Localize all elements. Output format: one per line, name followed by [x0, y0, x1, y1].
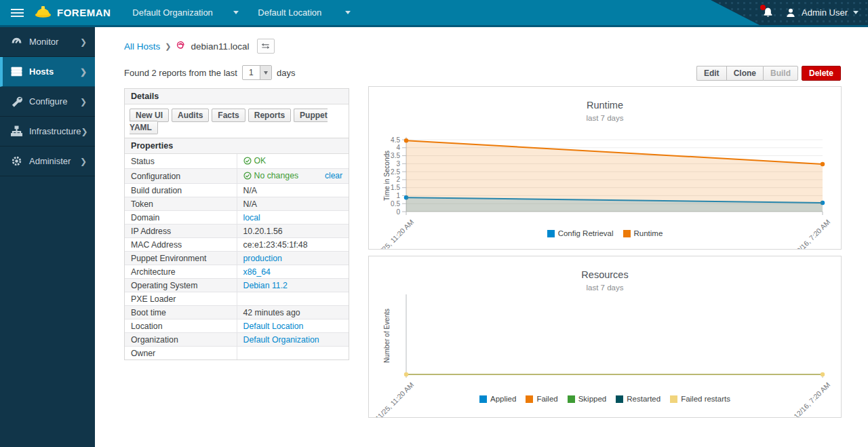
sidebar-item-label: Configure — [29, 96, 80, 106]
organization-selector[interactable]: Default Organization — [123, 0, 248, 25]
days-select[interactable]: 1 — [242, 65, 272, 80]
svg-text:2: 2 — [396, 176, 400, 183]
legend-item-failed[interactable]: Failed — [526, 395, 557, 403]
user-name: Admin User — [802, 7, 848, 18]
audits-button[interactable]: Audits — [172, 109, 209, 122]
breadcrumb-all-hosts-link[interactable]: All Hosts — [124, 41, 160, 52]
property-value: N/A — [237, 184, 349, 197]
legend-item-restarted[interactable]: Restarted — [616, 395, 660, 403]
legend-item-config-retrieval[interactable]: Config Retrieval — [547, 229, 614, 237]
legend-item-failed-restarts[interactable]: Failed restarts — [670, 395, 730, 403]
runtime-chart-panel: Runtimelast 7 days00.511.522.533.544.5Ti… — [368, 86, 842, 250]
property-value-link[interactable]: production — [243, 254, 282, 263]
property-row-domain: Domainlocal — [125, 211, 349, 225]
monitor-gauge-icon — [11, 36, 22, 47]
sidebar-item-hosts[interactable]: Hosts❯ — [0, 57, 95, 87]
property-row-mac-address: MAC Addressce:e1:23:45:1f:48 — [125, 238, 349, 252]
property-label: PXE Loader — [125, 292, 237, 306]
svg-text:4.5: 4.5 — [391, 136, 400, 144]
top-navbar: FOREMAN Default Organization Default Loc… — [0, 0, 868, 27]
property-value: 10.20.1.56 — [237, 225, 349, 238]
chevron-right-icon: ❯ — [80, 67, 87, 77]
details-buttons: New UIAuditsFactsReportsPuppet YAML — [125, 104, 349, 136]
chevron-right-icon: ❯ — [80, 157, 87, 166]
legend-item-runtime[interactable]: Runtime — [623, 229, 663, 237]
new-ui-button[interactable]: New UI — [130, 109, 169, 122]
host-switcher-button[interactable] — [257, 39, 275, 54]
days-select-value: 1 — [243, 66, 260, 79]
breadcrumb: All Hosts ❯ debian11.local — [124, 39, 275, 54]
chevron-right-icon: ❯ — [80, 37, 87, 47]
brand-name: FOREMAN — [57, 7, 111, 18]
chevron-down-icon — [853, 11, 859, 14]
property-label: Puppet Environment — [125, 252, 237, 265]
delete-button[interactable]: Delete — [802, 66, 841, 81]
legend-swatch — [547, 230, 555, 237]
chevron-down-icon — [233, 11, 239, 14]
notification-badge — [760, 5, 766, 10]
property-value-link[interactable]: x86_64 — [243, 267, 271, 277]
clear-link[interactable]: clear — [325, 171, 342, 180]
foreman-brand[interactable]: FOREMAN — [34, 5, 123, 21]
svg-text:0.5: 0.5 — [391, 200, 400, 208]
properties-table: StatusOKConfigurationNo changesclearBuil… — [125, 154, 349, 359]
property-value: local — [237, 211, 349, 225]
property-value — [237, 347, 349, 360]
host-action-buttons: Edit Clone Build Delete — [696, 66, 841, 81]
property-value-link[interactable]: Default Organization — [243, 335, 319, 345]
legend-swatch — [568, 395, 575, 403]
days-select-caret — [260, 66, 271, 79]
properties-panel: Properties StatusOKConfigurationNo chang… — [124, 138, 349, 360]
property-label: IP Address — [125, 225, 237, 238]
sidebar-nav: Monitor❯Hosts❯Configure❯Infrastructure❯A… — [0, 27, 95, 447]
sidebar-item-monitor[interactable]: Monitor❯ — [0, 27, 95, 57]
sidebar-item-configure[interactable]: Configure❯ — [0, 87, 95, 117]
notifications-bell-icon[interactable] — [762, 7, 774, 19]
sidebar-item-administer[interactable]: Administer❯ — [0, 147, 95, 176]
svg-text:1.5: 1.5 — [391, 184, 400, 191]
reports-button[interactable]: Reports — [248, 109, 291, 122]
edit-button[interactable]: Edit — [696, 66, 726, 81]
clone-button[interactable]: Clone — [726, 66, 763, 81]
sidebar-item-label: Hosts — [29, 66, 80, 77]
legend-item-applied[interactable]: Applied — [479, 395, 516, 403]
property-row-configuration: ConfigurationNo changesclear — [125, 169, 349, 184]
property-value: production — [237, 252, 349, 265]
facts-button[interactable]: Facts — [212, 109, 245, 122]
chevron-right-icon: ❯ — [80, 97, 87, 106]
property-value-link[interactable]: Debian 11.2 — [243, 281, 288, 290]
chevron-down-icon — [345, 11, 351, 14]
svg-text:3.5: 3.5 — [391, 152, 400, 159]
user-menu[interactable]: Admin User — [785, 7, 859, 18]
sidebar-item-infrastructure[interactable]: Infrastructure❯ — [0, 117, 95, 147]
property-value: 42 minutes ago — [237, 306, 349, 319]
hamburger-menu-icon[interactable] — [0, 0, 34, 25]
infrastructure-sitemap-icon — [11, 125, 22, 137]
svg-text:0: 0 — [396, 208, 400, 216]
property-label: Build duration — [125, 184, 237, 197]
legend-swatch — [616, 395, 623, 403]
legend-swatch — [623, 230, 631, 237]
property-value-link[interactable]: local — [243, 213, 260, 222]
location-selector-label: Default Location — [258, 7, 321, 18]
property-value-link[interactable]: Default Location — [243, 322, 304, 331]
svg-text:Time in Seconds: Time in Seconds — [383, 151, 391, 201]
property-label: Operating System — [125, 279, 237, 292]
user-avatar-icon — [785, 7, 796, 18]
build-button[interactable]: Build — [763, 66, 798, 81]
main-content: All Hosts ❯ debian11.local Found 2 repor… — [95, 27, 868, 447]
sidebar-item-label: Infrastructure — [29, 126, 81, 136]
legend-swatch — [526, 395, 533, 403]
swap-arrows-icon — [261, 43, 270, 50]
breadcrumb-host-name: debian11.local — [191, 41, 249, 52]
location-selector[interactable]: Default Location — [248, 0, 360, 25]
property-row-status: StatusOK — [125, 154, 349, 169]
property-value: No changesclear — [237, 169, 349, 184]
debian-swirl-icon — [176, 40, 186, 52]
legend-item-skipped[interactable]: Skipped — [568, 395, 607, 403]
svg-text:4: 4 — [396, 144, 400, 151]
property-value: Default Organization — [237, 333, 349, 347]
administer-gear-icon — [11, 155, 22, 167]
property-value — [237, 292, 349, 306]
property-value: Default Location — [237, 319, 349, 333]
